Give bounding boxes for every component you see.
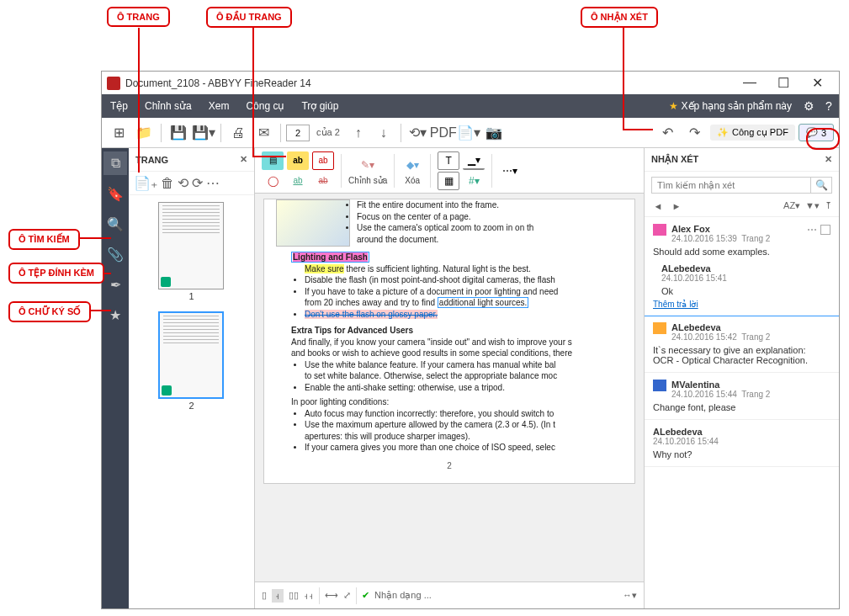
comment-search-icon[interactable]: 🔍 xyxy=(810,177,832,194)
sidebar-search-icon[interactable]: 🔍 xyxy=(103,212,127,236)
comment-type-highlight-icon xyxy=(653,322,666,334)
menu-view[interactable]: Xem xyxy=(200,100,238,112)
fit-width-icon[interactable]: ⟷ xyxy=(325,590,338,601)
close-button[interactable]: ✕ xyxy=(800,75,834,91)
doc-text: Use the maximum aperture allowed by the … xyxy=(305,419,623,442)
star-icon: ★ xyxy=(669,100,678,112)
doc-text: And finally, if you know your camera "in… xyxy=(291,337,623,359)
undo-icon[interactable]: ↶ xyxy=(656,121,680,145)
menu-edit[interactable]: Chỉnh sửa xyxy=(136,100,200,112)
export-pdf-icon[interactable]: PDF xyxy=(432,121,455,145)
maximize-button[interactable]: ☐ xyxy=(767,75,800,91)
comment-type-text-icon xyxy=(653,380,666,391)
menu-file[interactable]: Tệp xyxy=(102,100,136,112)
strikeout-icon[interactable]: ab xyxy=(312,172,334,190)
comment-item[interactable]: ALebedeva 24.10.2016 15:42 Trang 2 It`s … xyxy=(645,316,839,373)
print-icon[interactable]: 🖨 xyxy=(226,121,250,145)
comment-item[interactable]: Alex Fox 24.10.2016 15:39 Trang 2 ⋯ Shou… xyxy=(645,217,839,316)
thumb-number: 1 xyxy=(158,291,226,301)
doc-text: Disable the flash (in most point-and-sho… xyxy=(305,274,623,286)
text-box-icon[interactable]: T xyxy=(438,151,459,170)
sort-icon[interactable]: AZ▾ xyxy=(783,200,800,211)
highlight-comment-count xyxy=(806,128,840,150)
stamp-icon[interactable]: ◯ xyxy=(262,172,284,190)
comment-item[interactable]: MValentina 24.10.2016 15:44 Trang 2 Chan… xyxy=(645,373,839,420)
menu-help[interactable]: Trợ giúp xyxy=(293,100,347,112)
thumb-number: 2 xyxy=(158,401,226,411)
page-up-icon[interactable]: ↑ xyxy=(347,121,370,145)
filter-icon[interactable]: ▼▾ xyxy=(805,200,820,211)
document-viewport[interactable]: Fit the entire document into the frame. … xyxy=(255,194,644,581)
highlight-yellow-icon[interactable]: ab xyxy=(287,151,309,170)
comment-body: Why not? xyxy=(653,449,830,459)
doc-text: Use the camera's optical zoom to zoom in… xyxy=(305,222,623,245)
erase-icon: ◆▾ xyxy=(401,156,423,174)
more-tools-icon[interactable]: ⋯▾ xyxy=(499,162,521,180)
expand-icon[interactable]: ⤒ xyxy=(825,200,832,211)
pages-panel-close-icon[interactable]: ✕ xyxy=(240,154,247,165)
new-page-icon[interactable]: ⊞ xyxy=(107,121,130,145)
comment-filter-row: ◄ ► AZ▾ ▼▾ ⤒ xyxy=(645,199,839,217)
reply-author: ALebedeva xyxy=(661,263,830,273)
rotate-ccw-icon[interactable]: ⟲ xyxy=(178,175,188,191)
thumbnail-1[interactable]: 1 xyxy=(158,202,226,301)
pdf-tools-button[interactable]: ✨ Công cụ PDF xyxy=(710,125,795,141)
edit-group[interactable]: ✎▾ Chỉnh sửa xyxy=(348,156,387,185)
rotate-left-icon[interactable]: ⟲▾ xyxy=(406,121,430,145)
next-comment-icon[interactable]: ► xyxy=(670,201,683,211)
more-icon[interactable]: ⋯ xyxy=(206,175,220,191)
delete-group[interactable]: ◆▾ Xóa xyxy=(401,156,423,185)
prev-comment-icon[interactable]: ◄ xyxy=(651,201,665,211)
comment-search-input[interactable] xyxy=(651,177,810,194)
sidebar-attachments-icon[interactable]: 📎 xyxy=(103,242,127,266)
redo-icon[interactable]: ↷ xyxy=(683,121,707,145)
comment-checkbox[interactable] xyxy=(820,225,830,235)
line-icon[interactable]: ▁▾ xyxy=(463,151,485,170)
help-icon[interactable]: ? xyxy=(819,99,839,113)
fit-page-icon[interactable]: ⤢ xyxy=(343,590,351,601)
ocr-page-icon[interactable]: 📄▾ xyxy=(457,121,480,145)
continuous-icon[interactable]: ⫞ xyxy=(272,589,284,603)
comment-menu-icon[interactable]: ⋯ xyxy=(807,224,817,236)
sidebar-signature-icon[interactable]: ✒ xyxy=(103,273,127,296)
comment-item[interactable]: ALebedeva 24.10.2016 15:44 Why not? xyxy=(645,420,839,467)
comment-author: ALebedeva xyxy=(671,322,770,332)
two-page-icon[interactable]: ▯▯ xyxy=(289,590,299,601)
mail-icon[interactable]: ✉ xyxy=(252,121,275,145)
pages-panel: TRANG ✕ 📄₊ 🗑 ⟲ ⟳ ⋯ 1 xyxy=(129,148,255,608)
two-continuous-icon[interactable]: ⫞⫞ xyxy=(304,591,314,601)
save-icon[interactable]: 💾 xyxy=(167,121,190,145)
highlight-box-icon[interactable]: ab xyxy=(312,151,334,170)
comments-panel-close-icon[interactable]: ✕ xyxy=(825,154,832,165)
sidebar-pages-icon[interactable]: ⧉ xyxy=(103,151,127,175)
callout-search-pane: Ô TÌM KIẾM xyxy=(8,229,80,250)
menu-tools[interactable]: Công cụ xyxy=(237,100,293,112)
add-page-icon[interactable]: 📄₊ xyxy=(134,175,157,191)
open-icon[interactable]: 📁 xyxy=(132,121,156,145)
save-as-icon[interactable]: 💾▾ xyxy=(192,121,215,145)
sidebar-bookmarks-icon[interactable]: 🔖 xyxy=(103,182,127,205)
pdf-tools-label: Công cụ PDF xyxy=(732,127,788,138)
comment-reply: ALebedeva 24.10.2016 15:41 Ok xyxy=(661,263,830,296)
callout-line xyxy=(89,310,111,311)
page-number-icon[interactable]: #▾ xyxy=(463,172,485,190)
camera-icon[interactable]: 📷 xyxy=(482,121,506,145)
image-icon[interactable]: ▦ xyxy=(438,172,459,190)
rotate-cw-icon[interactable]: ⟳ xyxy=(192,175,203,191)
zoom-slider-icon[interactable]: ↔▾ xyxy=(623,590,637,601)
delete-page-icon[interactable]: 🗑 xyxy=(161,176,174,191)
rate-product[interactable]: ★ Xếp hạng sản phẩm này xyxy=(662,100,799,112)
thumb-badge-icon xyxy=(162,385,172,396)
settings-icon[interactable]: ⚙ xyxy=(799,99,819,113)
thumbnail-2[interactable]: 2 xyxy=(158,311,226,411)
add-reply-link[interactable]: Thêm trả lời xyxy=(653,300,698,309)
underline-icon[interactable]: ab xyxy=(287,172,309,190)
page-down-icon[interactable]: ↓ xyxy=(372,121,395,145)
callout-comments-pane: Ô NHẬN XÉT xyxy=(581,7,658,28)
minimize-button[interactable]: — xyxy=(733,75,767,91)
single-page-icon[interactable]: ▯ xyxy=(262,590,267,601)
note-icon[interactable]: ▤ xyxy=(262,151,284,170)
sidebar-favorites-icon[interactable]: ★ xyxy=(103,303,127,327)
recognize-label[interactable]: Nhận dạng ... xyxy=(374,590,432,601)
page-number-input[interactable] xyxy=(286,125,310,141)
